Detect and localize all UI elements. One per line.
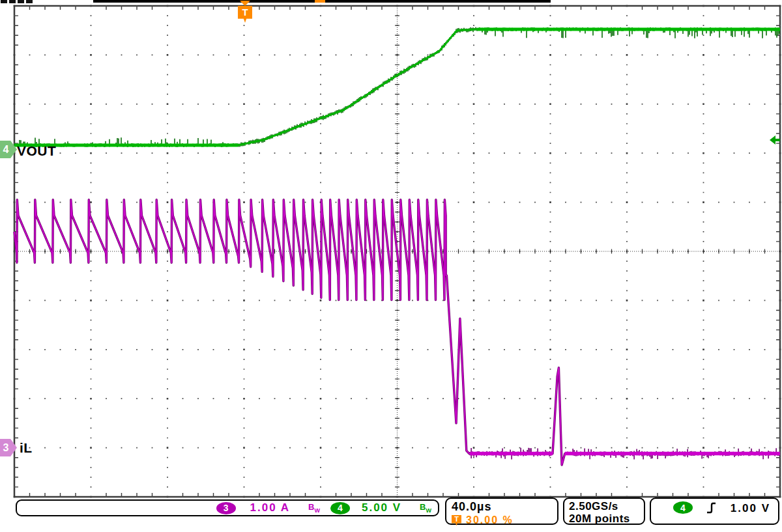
channel3-badge: 3 [216,502,236,514]
trigger-level-arrow[interactable] [770,135,780,145]
horizontal-readout-box[interactable]: 40.0µs T 30.00 % [445,497,558,525]
left-arrow-icon [770,135,775,145]
record-length-readout: 20M points [569,512,644,525]
cropped-text-remnant [1,0,7,3]
channel4-scale-readout: 5.00 V [362,501,401,514]
cropped-menu-bar-remnant [93,0,551,3]
rising-edge-icon [706,501,717,515]
cropped-text-remnant [9,0,16,3]
sample-rate-readout: 2.50GS/s [569,500,644,512]
bandwidth-limit-icon: BW [308,502,320,514]
timebase-readout: 40.0µs [452,500,557,514]
cropped-text-remnant [26,0,33,3]
channel3-marker-number: 3 [3,442,9,454]
channel4-marker-number: 4 [3,144,9,156]
cropped-orange-marker [315,0,325,3]
channel4-badge: 4 [330,502,350,514]
channel-readouts-box[interactable]: 3 1.00 A BW 4 5.00 V BW [16,499,439,516]
trigger-position-marker[interactable]: T [237,1,253,23]
trigger-source-badge: 4 [673,501,693,514]
trigger-position-readout: 30.00 % [466,514,514,526]
waveform-display [0,0,782,532]
trigger-arrow-icon [240,1,250,6]
channel4-waveform-label: VOUT [17,143,56,159]
channel3-waveform-label: iL [20,440,33,456]
cropped-text-remnant [18,0,24,3]
oscilloscope-screen: T 4 VOUT 3 iL 3 1.00 A BW 4 5.00 V BW 40… [0,0,782,532]
acquisition-readout-box[interactable]: 2.50GS/s 20M points [563,497,645,525]
trigger-level-readout: 1.00 V [731,502,770,515]
trigger-t-icon: T [238,6,252,23]
trigger-readout-box[interactable]: 4 1.00 V [650,497,779,525]
trigger-t-icon: T [452,515,461,526]
channel3-scale-readout: 1.00 A [250,501,290,514]
bandwidth-limit-icon: BW [420,502,431,514]
